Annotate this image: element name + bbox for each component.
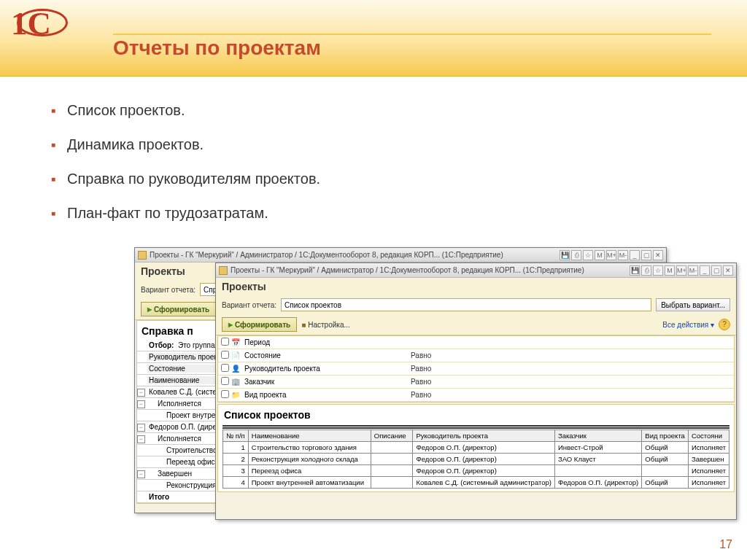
page-number: 17 — [719, 538, 732, 551]
collapse-icon[interactable]: − — [137, 435, 145, 443]
filter-op: Равно — [411, 351, 491, 359]
minimize-icon[interactable]: _ — [630, 250, 640, 260]
table-row[interactable]: 4Проект внутренней автоматизацииКовалев … — [223, 477, 729, 489]
filter-row[interactable]: 📁 Вид проекта Равно — [218, 389, 734, 402]
titlebar-text: Проекты - ГК "Меркурий" / Администратор … — [231, 266, 630, 274]
m-minus-icon[interactable]: M- — [688, 265, 698, 276]
filter-checkbox[interactable] — [221, 364, 229, 372]
filter-label: Состояние — [243, 351, 411, 359]
filter-row[interactable]: 👤 Руководитель проекта Равно — [218, 362, 734, 376]
print-icon[interactable]: ⎙ — [571, 250, 581, 260]
filter-op: Равно — [411, 391, 491, 399]
col-customer: Заказчик — [554, 430, 641, 442]
variant-label: Вариант отчета: — [222, 301, 276, 309]
star-icon[interactable]: ☆ — [583, 250, 593, 260]
collapse-icon[interactable]: − — [137, 400, 145, 408]
variant-input[interactable] — [281, 298, 651, 311]
filter-checkbox[interactable] — [221, 390, 229, 398]
filter-op: Равно — [411, 378, 491, 386]
help-icon[interactable]: ? — [719, 319, 730, 330]
maximize-icon[interactable]: ▢ — [641, 250, 651, 260]
bullet-item: План-факт по трудозатратам. — [51, 205, 747, 222]
col-kind: Вид проекта — [642, 430, 689, 442]
settings-button[interactable]: Настройка... — [301, 317, 350, 332]
slide-bullets: Список проектов. Динамика проектов. Спра… — [51, 102, 747, 222]
star-icon[interactable]: ☆ — [653, 265, 663, 276]
report-table: № п/п Наименование Описание Руководитель… — [222, 429, 729, 489]
col-manager: Руководитель проекта — [413, 430, 554, 442]
all-actions-link[interactable]: Все действия ▾ — [662, 321, 714, 329]
filter-row[interactable]: 🏢 Заказчик Равно — [218, 376, 734, 389]
col-name: Наименование — [248, 430, 371, 442]
close-icon[interactable]: ✕ — [723, 265, 733, 276]
bullet-item: Динамика проектов. — [51, 136, 747, 153]
m-icon[interactable]: M — [595, 250, 605, 260]
filter-label: Вид проекта — [243, 391, 411, 399]
form-button[interactable]: Сформировать — [222, 317, 297, 332]
bullet-item: Справка по руководителям проектов. — [51, 171, 747, 187]
filter-label: Заказчик — [243, 378, 411, 386]
choose-variant-button[interactable]: Выбрать вариант... — [656, 298, 730, 311]
filter-label: Период — [243, 338, 411, 346]
m-minus-icon[interactable]: M- — [618, 250, 628, 260]
table-row[interactable]: 2Реконструкция холодного складаФедоров О… — [223, 454, 729, 465]
report-title: Список проектов — [224, 409, 729, 421]
filter-checkbox[interactable] — [221, 338, 229, 346]
bullet-item: Список проектов. — [51, 102, 747, 119]
table-row[interactable]: 1Строительство торгового зданияФедоров О… — [223, 442, 729, 454]
collapse-icon[interactable]: − — [137, 424, 145, 432]
titlebar-text: Проекты - ГК "Меркурий" / Администратор … — [150, 251, 560, 259]
titlebar[interactable]: Проекты - ГК "Меркурий" / Администратор … — [216, 263, 736, 278]
slide-header: 1С Отчеты по проектам — [0, 0, 747, 77]
save-icon[interactable]: 💾 — [560, 250, 570, 260]
calendar-icon: 📅 — [231, 338, 243, 346]
window-report-front: Проекты - ГК "Меркурий" / Администратор … — [215, 262, 737, 520]
col-desc: Описание — [371, 430, 413, 442]
app-icon — [138, 251, 147, 260]
m-icon[interactable]: M — [665, 265, 675, 276]
table-row[interactable]: 3Переезд офисаФедоров О.П. (директор)Исп… — [223, 465, 729, 477]
form-button[interactable]: Сформировать — [141, 302, 216, 316]
titlebar[interactable]: Проекты - ГК "Меркурий" / Администратор … — [135, 248, 666, 262]
maximize-icon[interactable]: ▢ — [711, 265, 721, 276]
logo-1c: 1С — [11, 7, 77, 66]
filter-row[interactable]: 📅 Период — [218, 336, 734, 349]
filter-checkbox[interactable] — [221, 377, 229, 385]
filter-checkbox[interactable] — [221, 351, 229, 359]
close-icon[interactable]: ✕ — [653, 250, 663, 260]
m-plus-icon[interactable]: M+ — [676, 265, 686, 276]
slide-title: Отчеты по проектам — [113, 36, 321, 60]
filter-row[interactable]: 📄 Состояние Равно — [218, 349, 734, 362]
folder-icon: 📁 — [231, 391, 243, 399]
app-icon — [219, 266, 228, 275]
save-icon[interactable]: 💾 — [630, 265, 640, 276]
collapse-icon[interactable]: − — [137, 389, 145, 397]
print-icon[interactable]: ⎙ — [641, 265, 651, 276]
window-heading: Проекты — [216, 278, 736, 295]
filter-panel: 📅 Период 📄 Состояние Равно 👤 Руководител… — [217, 335, 735, 402]
report-body: Список проектов № п/п Наименование Описа… — [217, 404, 735, 492]
person-icon: 👤 — [231, 365, 243, 373]
collapse-icon[interactable]: − — [137, 470, 145, 478]
col-num: № п/п — [223, 430, 249, 442]
building-icon: 🏢 — [231, 378, 243, 386]
filter-text: Это группа — [178, 341, 214, 349]
minimize-icon[interactable]: _ — [700, 265, 710, 276]
variant-label: Вариант отчета: — [141, 286, 196, 294]
m-plus-icon[interactable]: M+ — [606, 250, 616, 260]
filter-label: Отбор: — [149, 341, 174, 349]
filter-label: Руководитель проекта — [243, 365, 411, 373]
filter-op: Равно — [411, 365, 491, 373]
doc-icon: 📄 — [231, 351, 243, 359]
col-state: Состояни — [688, 430, 729, 442]
